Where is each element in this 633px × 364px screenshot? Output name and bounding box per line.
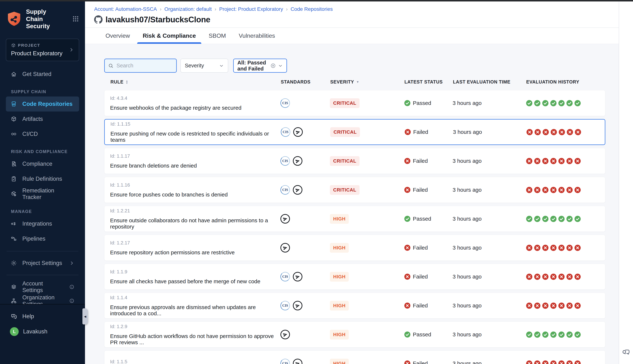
rule-id: Id: 1.1.9 — [110, 269, 280, 275]
history-fail-icon — [550, 302, 557, 309]
tab-sbom[interactable]: SBOM — [208, 28, 226, 44]
help-chat-icon: ? — [10, 313, 17, 320]
status-filter-dropdown[interactable]: All: Passed and Failed — [233, 58, 287, 73]
github-icon — [94, 16, 102, 24]
sidebar-item-artifacts[interactable]: Artifacts — [6, 112, 79, 126]
history-fail-icon — [526, 360, 533, 364]
search-input[interactable] — [116, 62, 173, 69]
help-button[interactable]: ? Help — [6, 310, 79, 323]
severity-filter-dropdown[interactable]: Severity — [180, 58, 228, 73]
history-fail-icon — [526, 158, 533, 164]
rule-id: Id: 1.1.4 — [110, 295, 280, 300]
rule-text: Ensure webhooks of the package registry … — [110, 105, 280, 111]
history-fail-icon — [542, 302, 549, 309]
brand-title: Supply Chain Security — [26, 8, 64, 30]
status-label: Failed — [413, 187, 428, 193]
evaluation-history-cell — [526, 244, 598, 251]
column-header-standards: STANDARDS — [281, 79, 310, 84]
rule-cell: Id: 1.2.21Ensure outside collaborators d… — [110, 208, 280, 230]
history-fail-icon — [566, 273, 573, 280]
clear-filter-icon[interactable] — [270, 63, 276, 68]
app-shell: Supply Chain Security PROJECT Product Ex… — [0, 2, 633, 364]
table-row[interactable]: Id: 1.1.15Ensure pushing of new code is … — [104, 119, 605, 145]
rule-id: Id: 1.1.5 — [110, 359, 280, 364]
last-evaluation-time: 3 hours ago — [452, 100, 526, 106]
evaluation-history-cell — [526, 273, 598, 280]
apps-grid-icon[interactable] — [72, 16, 79, 22]
breadcrumb-link[interactable]: Account: Automation-SSCA — [94, 6, 157, 12]
sidebar-collapse-handle[interactable]: ◀ — [82, 308, 88, 324]
sidebar-item-project-settings[interactable]: Project Settings — [6, 256, 79, 270]
breadcrumb-link[interactable]: Organization: default — [164, 6, 212, 12]
severity-badge: CRITICAL — [330, 156, 360, 166]
sort-icon[interactable]: ▲▼ — [126, 80, 128, 84]
severity-cell: HIGH — [330, 330, 404, 340]
home-icon — [10, 71, 17, 77]
sidebar-item-get-started[interactable]: Get Started — [6, 67, 79, 82]
browser-top-strip — [0, 0, 633, 2]
cis-standard-icon: CIS — [280, 156, 290, 166]
sort-desc-icon[interactable]: ▼ — [356, 80, 359, 84]
sidebar-item-ci-cd[interactable]: CI/CD — [6, 126, 79, 142]
sidebar-item-rule-definitions[interactable]: Rule Definitions — [6, 172, 79, 186]
evaluation-history-cell — [526, 158, 598, 164]
breadcrumb-link[interactable]: Project: Product Exploratory — [219, 6, 283, 12]
search-icon — [108, 63, 114, 68]
feedback-chat-icon[interactable] — [622, 348, 630, 358]
latest-status-cell: Failed — [404, 273, 452, 280]
table-row[interactable]: Id: 4.3.4Ensure webhooks of the package … — [104, 90, 605, 116]
table-row[interactable]: Id: 1.1.5CISHIGHFailed3 hours ago — [104, 350, 605, 364]
history-pass-icon — [550, 216, 557, 222]
paper-plane-standard-icon — [280, 243, 290, 252]
tab-vulnerabilities[interactable]: Vulnerabilities — [239, 28, 275, 44]
status-failed-icon — [404, 158, 411, 164]
info-icon[interactable] — [69, 284, 74, 290]
severity-badge: HIGH — [330, 330, 349, 340]
evaluation-history-cell — [526, 100, 598, 106]
sidebar-item-pipelines[interactable]: Pipelines — [6, 231, 79, 246]
sidebar-item-code-repositories[interactable]: Code Repositories — [6, 96, 79, 112]
breadcrumb: Account: Automation-SSCA›Organization: d… — [94, 6, 619, 12]
doc-search-icon — [10, 161, 17, 167]
project-selector[interactable]: PROJECT Product Exploratory — [6, 39, 79, 61]
rule-text: Ensure GitHub action workflows do not ha… — [110, 333, 280, 346]
table-row[interactable]: Id: 1.1.9Ensure all checks have passed b… — [104, 264, 605, 290]
status-label: Passed — [413, 332, 431, 338]
sidebar-item-account-settings[interactable]: Account Settings — [6, 280, 79, 294]
divider — [6, 251, 78, 252]
paper-plane-standard-icon — [293, 359, 302, 364]
sidebar-item-remediation-tracker[interactable]: Remediation Tracker — [6, 186, 79, 202]
history-fail-icon — [574, 273, 581, 280]
column-header-last-evaluation-time: LAST EVALUATION TIME — [453, 79, 510, 84]
breadcrumb-link[interactable]: Code Repositories — [290, 6, 332, 12]
rule-id: Id: 1.2.21 — [110, 208, 280, 214]
pipelines-icon — [10, 236, 17, 242]
table-row[interactable]: Id: 1.1.4Ensure previous approvals are d… — [104, 292, 605, 318]
evaluation-history-cell — [526, 302, 598, 309]
info-icon[interactable] — [69, 298, 74, 304]
sidebar-item-compliance[interactable]: Compliance — [6, 156, 79, 172]
sidebar-item-label: Rule Definitions — [22, 176, 62, 182]
tab-overview[interactable]: Overview — [106, 28, 130, 44]
history-fail-icon — [542, 244, 549, 251]
page-header: Account: Automation-SSCA›Organization: d… — [85, 2, 619, 28]
severity-cell: HIGH — [330, 243, 404, 253]
history-pass-icon — [558, 100, 565, 106]
status-label: Failed — [413, 274, 428, 280]
table-row[interactable]: Id: 1.2.9Ensure GitHub action workflows … — [104, 322, 605, 348]
severity-cell: CRITICAL — [330, 185, 404, 195]
last-evaluation-time: 3 hours ago — [452, 302, 526, 309]
sidebar-item-organization-settings[interactable]: Organization Settings — [6, 294, 79, 304]
table-row[interactable]: Id: 1.2.17Ensure repository action permi… — [104, 235, 605, 261]
table-row[interactable]: Id: 1.1.17Ensure branch deletions are de… — [104, 148, 605, 174]
table-row[interactable]: Id: 1.2.21Ensure outside collaborators d… — [104, 206, 605, 232]
table-row[interactable]: Id: 1.1.16Ensure force pushes code to br… — [104, 177, 605, 203]
tab-risk-compliance[interactable]: Risk & Compliance — [143, 28, 196, 44]
history-pass-icon — [550, 331, 557, 338]
title-row: lavakush07/StarbucksClone — [94, 15, 619, 24]
sidebar-item-integrations[interactable]: Integrations — [6, 216, 79, 231]
history-pass-icon — [534, 100, 541, 106]
history-fail-icon — [574, 360, 581, 364]
rule-cell: Id: 4.3.4Ensure webhooks of the package … — [110, 96, 280, 111]
user-menu[interactable]: L Lavakush — [6, 327, 79, 336]
